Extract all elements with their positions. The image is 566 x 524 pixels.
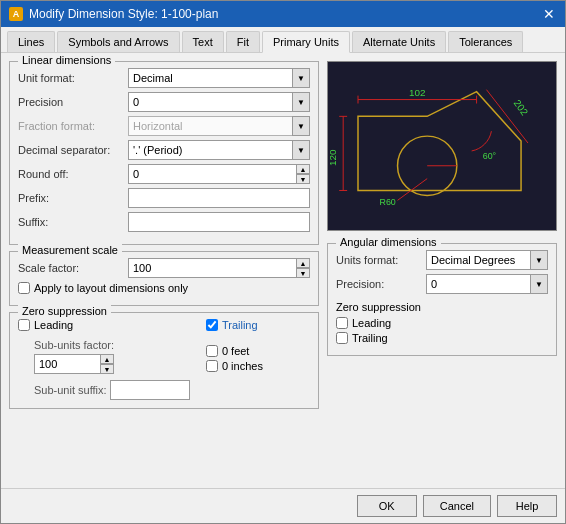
fraction-format-select-wrapper: Horizontal ▼ [128, 116, 310, 136]
close-button[interactable]: ✕ [541, 7, 557, 21]
zero-suppression-label: Zero suppression [18, 305, 111, 317]
app-icon: A [9, 7, 23, 21]
leading-label: Leading [34, 319, 73, 331]
apply-layout-label: Apply to layout dimensions only [34, 282, 188, 294]
sub-unit-suffix-input[interactable] [110, 380, 190, 400]
linear-group-label: Linear dimensions [18, 54, 115, 66]
preview-box: 102 120 202 60° R60 [327, 61, 557, 231]
angular-leading-row: Leading [336, 317, 548, 329]
svg-text:60°: 60° [483, 151, 497, 161]
zero-suppression-grid: Leading Sub-units factor: 100 ▲ ▼ [18, 319, 310, 400]
tab-text[interactable]: Text [182, 31, 224, 52]
measurement-group-label: Measurement scale [18, 244, 122, 256]
sub-units-up[interactable]: ▲ [100, 354, 114, 364]
precision-select[interactable]: 0 0.0 0.00 0.000 [128, 92, 310, 112]
angular-trailing-label: Trailing [352, 332, 388, 344]
sub-units-spinner-btns: ▲ ▼ [100, 354, 114, 374]
precision-select-wrapper: 0 0.0 0.00 0.000 ▼ [128, 92, 310, 112]
svg-text:102: 102 [409, 87, 425, 98]
tab-lines[interactable]: Lines [7, 31, 55, 52]
linear-dimensions-group: Linear dimensions Unit format: Decimal S… [9, 61, 319, 245]
round-off-spinner: 0 ▲ ▼ [128, 164, 310, 184]
unit-format-select[interactable]: Decimal Scientific Engineering Architect… [128, 68, 310, 88]
prefix-label: Prefix: [18, 192, 128, 204]
suffix-label: Suffix: [18, 216, 128, 228]
round-off-down[interactable]: ▼ [296, 174, 310, 184]
sub-unit-suffix-section: Sub-unit suffix: [34, 378, 190, 400]
scale-factor-input[interactable]: 100 [128, 258, 296, 278]
tab-symbols-arrows[interactable]: Symbols and Arrows [57, 31, 179, 52]
sub-units-factor-spinner: 100 ▲ ▼ [34, 354, 114, 374]
bottom-buttons: OK Cancel Help [1, 488, 565, 523]
title-bar: A Modify Dimension Style: 1-100-plan ✕ [1, 1, 565, 27]
angular-zero-suppression: Zero suppression Leading Trailing [336, 300, 548, 344]
leading-checkbox[interactable] [18, 319, 30, 331]
sub-units-factor-label: Sub-units factor: [34, 339, 119, 351]
tab-tolerances[interactable]: Tolerances [448, 31, 523, 52]
round-off-spinner-btns: ▲ ▼ [296, 164, 310, 184]
trailing-row: Trailing [206, 319, 263, 331]
angular-zero-label: Zero suppression [336, 301, 421, 313]
apply-layout-checkbox[interactable] [18, 282, 30, 294]
tab-alternate-units[interactable]: Alternate Units [352, 31, 446, 52]
tab-primary-units[interactable]: Primary Units [262, 31, 350, 53]
angular-precision-label: Precision: [336, 278, 426, 290]
main-window: A Modify Dimension Style: 1-100-plan ✕ L… [0, 0, 566, 524]
trailing-checkbox[interactable] [206, 319, 218, 331]
inches-row: 0 inches [206, 360, 263, 372]
sub-units-down[interactable]: ▼ [100, 364, 114, 374]
round-off-input[interactable]: 0 [128, 164, 296, 184]
measurement-scale-group: Measurement scale Scale factor: 100 ▲ ▼ … [9, 251, 319, 306]
angular-trailing-checkbox[interactable] [336, 332, 348, 344]
window-title: Modify Dimension Style: 1-100-plan [29, 7, 218, 21]
angular-units-label: Units format: [336, 254, 426, 266]
feet-inches-section: 0 feet 0 inches [206, 345, 263, 375]
zero-right-col: Trailing 0 feet 0 inches [206, 319, 263, 400]
sub-unit-suffix-label: Sub-unit suffix: [34, 384, 107, 396]
decimal-sep-select[interactable]: '.' (Period) ',' (Comma) ' ' (Space) [128, 140, 310, 160]
scale-factor-row: Scale factor: 100 ▲ ▼ [18, 258, 310, 278]
decimal-sep-row: Decimal separator: '.' (Period) ',' (Com… [18, 140, 310, 160]
angular-trailing-row: Trailing [336, 332, 548, 344]
prefix-input[interactable] [128, 188, 310, 208]
sub-units-factor-row: Sub-units factor: [34, 339, 190, 351]
trailing-label: Trailing [222, 319, 258, 331]
ok-button[interactable]: OK [357, 495, 417, 517]
sub-units-factor-input[interactable]: 100 [34, 354, 100, 374]
scale-factor-label: Scale factor: [18, 262, 128, 274]
feet-checkbox[interactable] [206, 345, 218, 357]
angular-leading-label: Leading [352, 317, 391, 329]
angular-units-select[interactable]: Decimal Degrees Degrees Minutes Seconds … [426, 250, 548, 270]
left-panel: Linear dimensions Unit format: Decimal S… [9, 61, 319, 480]
round-off-label: Round off: [18, 168, 128, 180]
angular-precision-select-wrapper: 0 0.0 0.00 ▼ [426, 274, 548, 294]
precision-row: Precision 0 0.0 0.00 0.000 ▼ [18, 92, 310, 112]
tab-fit[interactable]: Fit [226, 31, 260, 52]
fraction-format-label: Fraction format: [18, 120, 128, 132]
scale-factor-spinner-btns: ▲ ▼ [296, 258, 310, 278]
sub-units-section: Sub-units factor: 100 ▲ ▼ Sub-unit suf [34, 339, 190, 400]
feet-label: 0 feet [222, 345, 250, 357]
fraction-format-select[interactable]: Horizontal [128, 116, 310, 136]
apply-layout-row: Apply to layout dimensions only [18, 282, 310, 294]
right-panel: 102 120 202 60° R60 [327, 61, 557, 480]
help-button[interactable]: Help [497, 495, 557, 517]
scale-factor-up[interactable]: ▲ [296, 258, 310, 268]
round-off-up[interactable]: ▲ [296, 164, 310, 174]
title-bar-left: A Modify Dimension Style: 1-100-plan [9, 7, 218, 21]
svg-text:120: 120 [328, 149, 338, 166]
fraction-format-row: Fraction format: Horizontal ▼ [18, 116, 310, 136]
suffix-row: Suffix: [18, 212, 310, 232]
inches-checkbox[interactable] [206, 360, 218, 372]
angular-units-select-wrapper: Decimal Degrees Degrees Minutes Seconds … [426, 250, 548, 270]
angular-leading-checkbox[interactable] [336, 317, 348, 329]
scale-factor-down[interactable]: ▼ [296, 268, 310, 278]
cancel-button[interactable]: Cancel [423, 495, 491, 517]
precision-label: Precision [18, 96, 128, 108]
unit-format-label: Unit format: [18, 72, 128, 84]
unit-format-select-wrapper: Decimal Scientific Engineering Architect… [128, 68, 310, 88]
svg-text:R60: R60 [380, 197, 396, 207]
angular-precision-select[interactable]: 0 0.0 0.00 [426, 274, 548, 294]
unit-format-row: Unit format: Decimal Scientific Engineer… [18, 68, 310, 88]
suffix-input[interactable] [128, 212, 310, 232]
